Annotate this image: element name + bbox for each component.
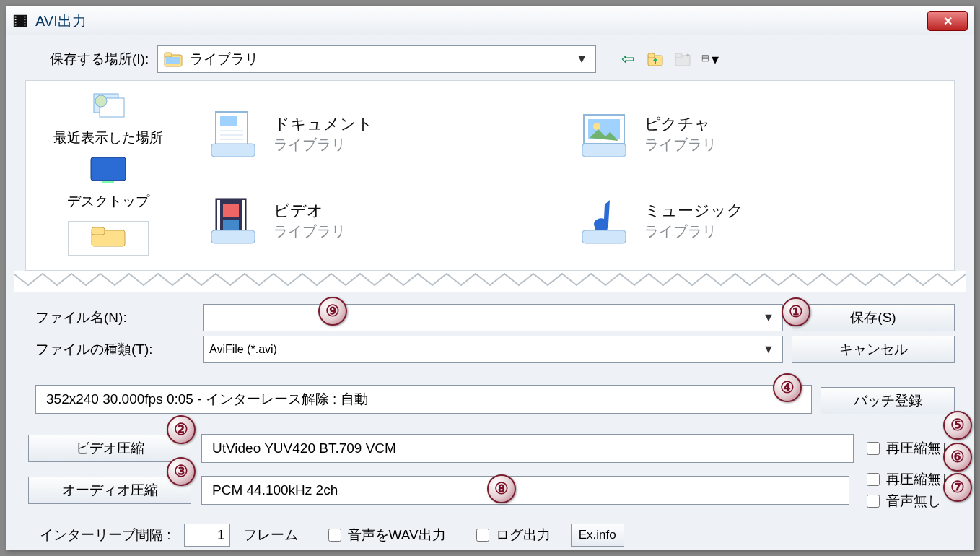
checkbox-input[interactable] — [867, 473, 880, 486]
video-codec-value: UtVideo YUV420 BT.709 VCM — [201, 434, 854, 463]
audio-no-recompress-checkbox[interactable]: 再圧縮無し — [864, 470, 955, 489]
library-videos[interactable]: ビデオ ライブラリ — [206, 181, 569, 260]
cancel-button[interactable]: キャンセル — [792, 336, 955, 363]
svg-rect-37 — [582, 144, 626, 157]
wav-output-checkbox[interactable]: 音声をWAV出力 — [325, 526, 446, 544]
window-title: AVI出力 — [35, 12, 87, 31]
svg-rect-10 — [165, 53, 172, 57]
svg-rect-4 — [15, 25, 17, 26]
dialog-window: AVI出力 ✕ 保存する場所(I): ライブラリ ▼ ⇦ — [6, 6, 974, 550]
svg-point-36 — [593, 123, 600, 130]
recent-icon — [87, 88, 130, 126]
svg-rect-27 — [92, 227, 105, 235]
chevron-down-icon[interactable]: ▼ — [761, 305, 776, 331]
svg-point-23 — [95, 95, 107, 107]
truncation-indicator — [14, 271, 966, 292]
folder-view[interactable]: ドキュメント ライブラリ ピクチャ ライブラリ — [191, 81, 954, 270]
places-sidebar: 最近表示した場所 デスクトップ — [26, 81, 191, 270]
svg-rect-41 — [223, 204, 239, 217]
annotation-badge-5: ⑤ — [943, 411, 972, 440]
filename-input[interactable]: ▼ — [203, 304, 783, 331]
annotation-badge-1: ① — [782, 297, 810, 326]
titlebar: AVI出力 ✕ — [6, 6, 974, 35]
folder-icon — [164, 51, 183, 67]
filetype-combobox[interactable]: AviFile (*.avi) ▼ — [203, 336, 783, 363]
music-icon — [577, 193, 631, 248]
library-pictures[interactable]: ピクチャ ライブラリ — [577, 94, 940, 173]
interleave-unit: フレーム — [243, 526, 298, 544]
chevron-down-icon[interactable]: ▼ — [761, 336, 776, 362]
checkbox-input[interactable] — [867, 442, 880, 455]
svg-rect-33 — [211, 144, 255, 157]
back-icon[interactable]: ⇦ — [619, 51, 636, 68]
checkbox-input[interactable] — [328, 529, 341, 542]
checkbox-label: ログ出力 — [496, 526, 551, 544]
svg-rect-1 — [15, 17, 17, 18]
exinfo-button[interactable]: Ex.info — [571, 524, 624, 547]
location-value: ライブラリ — [190, 50, 258, 69]
save-button[interactable]: 保存(S) — [792, 304, 955, 331]
svg-rect-15 — [675, 53, 682, 58]
svg-rect-2 — [15, 19, 17, 20]
no-audio-checkbox[interactable]: 音声無し — [864, 492, 955, 511]
library-name: ミュージック — [644, 200, 743, 222]
library-sub: ライブラリ — [644, 135, 717, 155]
chevron-down-icon[interactable]: ▼ — [574, 46, 590, 72]
log-output-checkbox[interactable]: ログ出力 — [473, 526, 551, 544]
svg-text:✦: ✦ — [685, 51, 691, 59]
sidebar-item-recent[interactable]: 最近表示した場所 — [53, 88, 163, 147]
file-browser: 最近表示した場所 デスクトップ — [25, 80, 955, 271]
svg-rect-25 — [102, 181, 114, 183]
library-name: ビデオ — [274, 200, 346, 222]
library-documents[interactable]: ドキュメント ライブラリ — [206, 94, 569, 173]
svg-rect-43 — [211, 230, 255, 243]
filename-label: ファイル名(N): — [25, 308, 194, 327]
svg-rect-8 — [25, 25, 26, 26]
library-sub: ライブラリ — [644, 222, 743, 241]
audio-codec-value: PCM 44.100kHz 2ch — [201, 476, 849, 505]
sidebar-item-extra[interactable] — [68, 221, 149, 256]
view-menu-icon[interactable]: ▾ — [701, 51, 719, 68]
checkbox-label: 音声をWAV出力 — [348, 526, 446, 544]
checkbox-input[interactable] — [867, 495, 880, 508]
video-codec-button[interactable]: ビデオ圧縮 — [28, 435, 191, 462]
annotation-badge-2: ② — [167, 415, 196, 444]
annotation-badge-6: ⑥ — [943, 443, 972, 472]
sidebar-label-recent: 最近表示した場所 — [53, 129, 163, 147]
library-sub: ライブラリ — [274, 222, 346, 241]
library-name: ピクチャ — [644, 113, 717, 135]
location-combobox[interactable]: ライブラリ ▼ — [157, 45, 596, 73]
svg-rect-13 — [648, 53, 655, 58]
svg-rect-17 — [702, 56, 708, 61]
new-folder-icon[interactable]: ✦ — [674, 51, 691, 68]
documents-icon — [206, 106, 261, 161]
annotation-badge-4: ④ — [773, 373, 802, 402]
svg-rect-5 — [25, 17, 26, 18]
annotation-badge-7: ⑦ — [943, 473, 972, 502]
svg-rect-45 — [582, 230, 626, 243]
svg-rect-29 — [220, 116, 237, 126]
svg-rect-7 — [25, 22, 26, 23]
library-sub: ライブラリ — [274, 135, 373, 155]
interleave-label: インターリーブ間隔 : — [40, 526, 171, 544]
svg-rect-6 — [25, 19, 26, 20]
annotation-badge-9: ⑨ — [318, 297, 347, 326]
film-icon — [12, 13, 28, 29]
library-name: ドキュメント — [274, 113, 373, 135]
library-music[interactable]: ミュージック ライブラリ — [577, 181, 940, 260]
close-button[interactable]: ✕ — [927, 11, 968, 31]
up-folder-icon[interactable] — [647, 51, 664, 68]
interleave-input[interactable]: 1 — [184, 524, 230, 547]
annotation-badge-3: ③ — [167, 457, 196, 486]
videos-icon — [206, 193, 261, 248]
svg-rect-3 — [15, 22, 17, 23]
checkbox-label: 音声無し — [886, 492, 941, 511]
desktop-icon — [87, 155, 130, 189]
video-no-recompress-checkbox[interactable]: 再圧縮無し — [864, 439, 955, 458]
batch-button[interactable]: バッチ登録 — [821, 387, 955, 414]
audio-codec-button[interactable]: オーディオ圧縮 — [28, 477, 191, 504]
checkbox-input[interactable] — [476, 529, 489, 542]
sidebar-item-desktop[interactable]: デスクトップ — [67, 155, 149, 211]
save-in-label: 保存する場所(I): — [50, 50, 149, 69]
svg-rect-24 — [91, 157, 126, 181]
